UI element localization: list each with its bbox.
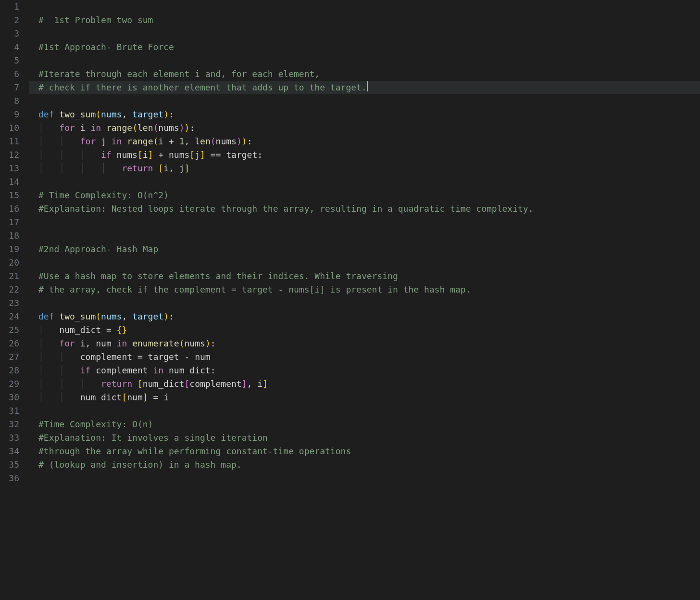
line-number: 18 xyxy=(0,229,19,243)
code-editor[interactable]: 1234567891011121314151617181920212223242… xyxy=(0,0,700,600)
token: j xyxy=(101,136,106,146)
code-line[interactable]: # 1st Problem two sum xyxy=(38,13,700,27)
line-number: 22 xyxy=(0,283,19,296)
token xyxy=(158,392,163,402)
code-line[interactable] xyxy=(38,404,700,418)
token: def xyxy=(38,109,54,119)
token: } xyxy=(122,325,127,335)
code-line[interactable]: # Time Complexity: O(n^2) xyxy=(38,189,700,202)
token xyxy=(75,123,80,133)
token: = xyxy=(153,392,158,402)
code-line[interactable] xyxy=(38,175,700,189)
code-line[interactable]: │ for i, num in enumerate(nums): xyxy=(38,337,700,350)
line-number: 19 xyxy=(0,243,19,256)
code-area[interactable]: # 1st Problem two sum#1st Approach- Brut… xyxy=(29,0,700,600)
token xyxy=(54,311,60,321)
token: # Time Complexity: O(n^2) xyxy=(38,190,169,200)
token: nums xyxy=(101,311,122,321)
code-line[interactable] xyxy=(38,256,700,269)
code-line[interactable]: def two_sum(nums, target): xyxy=(38,108,700,121)
code-line[interactable]: │ │ for j in range(i + 1, len(nums)): xyxy=(38,135,700,148)
token: enumerate xyxy=(132,338,179,348)
code-line[interactable]: # (lookup and insertion) in a hash map. xyxy=(38,458,700,472)
code-line[interactable]: │ │ │ │ return [i, j] xyxy=(38,162,700,175)
code-line[interactable]: # check if there is another element that… xyxy=(29,81,700,94)
token: ( xyxy=(132,123,138,133)
token xyxy=(148,392,153,402)
line-number: 20 xyxy=(0,256,19,269)
line-number: 6 xyxy=(0,67,19,81)
token: + xyxy=(158,150,163,160)
token: ] xyxy=(143,392,148,402)
token: , xyxy=(185,136,190,146)
token: │ │ │ │ xyxy=(38,163,122,173)
code-line[interactable] xyxy=(38,0,700,13)
code-line[interactable] xyxy=(38,54,700,67)
code-line[interactable]: #Iterate through each element i and, for… xyxy=(38,67,700,81)
token xyxy=(127,338,132,348)
line-number: 5 xyxy=(0,54,19,67)
code-line[interactable] xyxy=(38,27,700,40)
token: : xyxy=(211,365,216,375)
line-number: 26 xyxy=(0,337,19,350)
token: ) xyxy=(242,136,247,146)
code-line[interactable] xyxy=(38,94,700,108)
code-line[interactable]: │ │ complement = target - num xyxy=(38,350,700,364)
code-line[interactable]: #2nd Approach- Hash Map xyxy=(38,243,700,256)
token: │ │ │ xyxy=(38,379,101,389)
token: , xyxy=(122,311,127,321)
code-line[interactable]: # the array, check if the complement = t… xyxy=(38,283,700,296)
code-line[interactable]: #through the array while performing cons… xyxy=(38,445,700,458)
token xyxy=(163,150,169,160)
token: j xyxy=(179,163,185,173)
token: │ │ xyxy=(38,136,80,146)
code-line[interactable]: #Explanation: It involves a single itera… xyxy=(38,431,700,445)
code-line[interactable] xyxy=(38,296,700,310)
token xyxy=(101,123,106,133)
line-number: 35 xyxy=(0,458,19,472)
token: │ │ xyxy=(38,392,80,402)
line-number: 24 xyxy=(0,310,19,323)
code-line[interactable]: │ │ if complement in num_dict: xyxy=(38,364,700,377)
token: i xyxy=(163,163,169,173)
token: 1 xyxy=(179,136,185,146)
token xyxy=(252,379,257,389)
token: target xyxy=(132,109,163,119)
token: │ │ │ xyxy=(38,150,101,160)
code-line[interactable]: #Use a hash map to store elements and th… xyxy=(38,269,700,283)
token xyxy=(106,136,112,146)
token: len xyxy=(195,136,211,146)
line-number: 13 xyxy=(0,162,19,175)
line-number: 10 xyxy=(0,121,19,135)
code-line[interactable]: │ │ │ return [num_dict[complement], i] xyxy=(38,377,700,391)
line-number: 28 xyxy=(0,364,19,377)
code-line[interactable] xyxy=(38,229,700,243)
token: i xyxy=(257,379,262,389)
code-line[interactable]: │ num_dict = {} xyxy=(38,323,700,337)
token: nums xyxy=(158,123,179,133)
token xyxy=(90,365,96,375)
token: target xyxy=(132,311,163,321)
line-number: 30 xyxy=(0,391,19,404)
token: len xyxy=(138,123,153,133)
line-number: 2 xyxy=(0,13,19,27)
code-line[interactable]: #1st Approach- Brute Force xyxy=(38,40,700,54)
code-line[interactable]: #Time Complexity: O(n) xyxy=(38,418,700,431)
code-line[interactable]: │ for i in range(len(nums)): xyxy=(38,121,700,135)
token: = xyxy=(106,325,112,335)
token: [ xyxy=(189,150,195,160)
token: #Iterate through each element i and, for… xyxy=(38,69,320,79)
token: ] xyxy=(262,379,268,389)
token: i xyxy=(80,123,86,133)
code-line[interactable]: │ │ num_dict[num] = i xyxy=(38,391,700,404)
token xyxy=(75,338,80,348)
code-line[interactable]: │ │ │ if nums[i] + nums[j] == target: xyxy=(38,148,700,162)
code-line[interactable] xyxy=(38,472,700,485)
line-number: 21 xyxy=(0,269,19,283)
token: if xyxy=(101,150,112,160)
token: two_sum xyxy=(59,109,96,119)
code-line[interactable] xyxy=(38,216,700,229)
code-line[interactable]: def two_sum(nums, target): xyxy=(38,310,700,323)
token xyxy=(112,325,117,335)
code-line[interactable]: #Explanation: Nested loops iterate throu… xyxy=(38,202,700,216)
